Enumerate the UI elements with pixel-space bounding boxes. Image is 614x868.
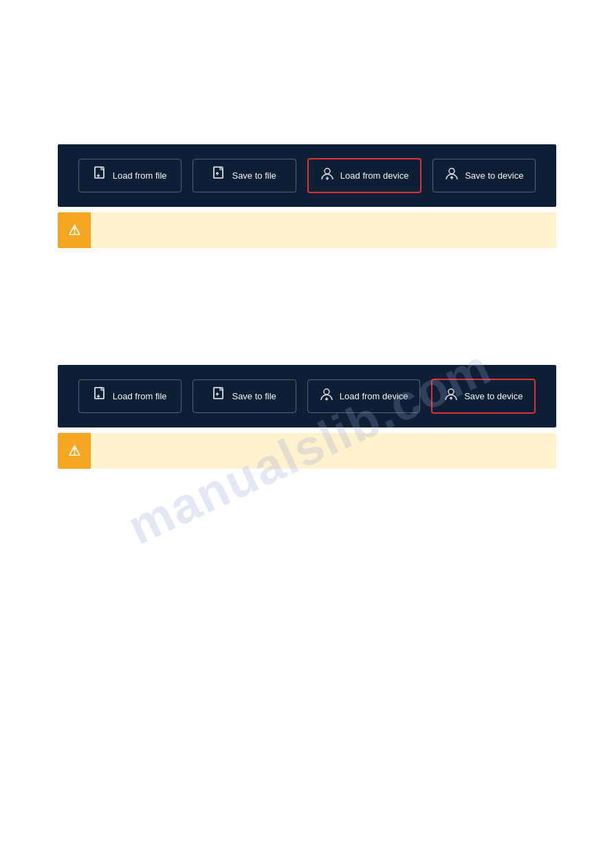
save-to-file-button-1[interactable]: Save to file (193, 159, 296, 192)
save-to-file-button-2[interactable]: Save to file (193, 379, 296, 413)
load-device-icon-2 (319, 387, 334, 405)
load-file-icon-1 (94, 166, 107, 185)
warning-icon-1: ⚠ (58, 212, 91, 248)
save-to-device-label-2: Save to device (464, 391, 523, 401)
load-from-device-button-1[interactable]: Load from device (307, 158, 421, 193)
save-to-file-label-2: Save to file (232, 391, 276, 401)
load-device-icon-1 (320, 166, 335, 185)
load-from-file-button-1[interactable]: Load from file (78, 159, 182, 192)
save-to-file-label-1: Save to file (232, 170, 276, 181)
toolbar-1: Load from file Save to file (58, 144, 556, 207)
save-to-device-button-2[interactable]: Save to device (431, 379, 536, 414)
warning-banner-2: ⚠ (58, 433, 556, 469)
toolbar-2: Load from file Save to file (58, 365, 556, 427)
warning-text-2 (91, 433, 556, 469)
svg-point-6 (324, 389, 329, 394)
save-file-icon-1 (212, 166, 226, 185)
load-from-file-label-1: Load from file (113, 170, 167, 181)
warning-text-1 (91, 212, 556, 248)
load-file-icon-2 (94, 387, 107, 405)
bottom-space (0, 469, 614, 847)
load-from-device-button-2[interactable]: Load from device (307, 379, 420, 413)
load-from-device-label-1: Load from device (340, 170, 409, 181)
page-content: Load from file Save to file (0, 0, 614, 847)
svg-point-7 (448, 389, 454, 394)
warning-banner-1: ⚠ (58, 212, 556, 248)
svg-point-3 (449, 168, 454, 174)
svg-point-2 (325, 168, 330, 174)
load-from-file-label-2: Load from file (113, 391, 167, 401)
save-device-icon-1 (444, 166, 459, 185)
save-file-icon-2 (212, 387, 226, 405)
warning-icon-2: ⚠ (58, 433, 91, 469)
save-to-device-button-1[interactable]: Save to device (432, 159, 536, 192)
save-to-device-label-1: Save to device (465, 170, 523, 181)
load-from-file-button-2[interactable]: Load from file (78, 379, 182, 413)
warning-triangle-icon-1: ⚠ (68, 222, 80, 238)
load-from-device-label-2: Load from device (340, 391, 408, 401)
top-space (0, 0, 614, 144)
save-device-icon-2 (443, 387, 459, 405)
middle-space (0, 248, 614, 365)
warning-triangle-icon-2: ⚠ (68, 443, 80, 459)
